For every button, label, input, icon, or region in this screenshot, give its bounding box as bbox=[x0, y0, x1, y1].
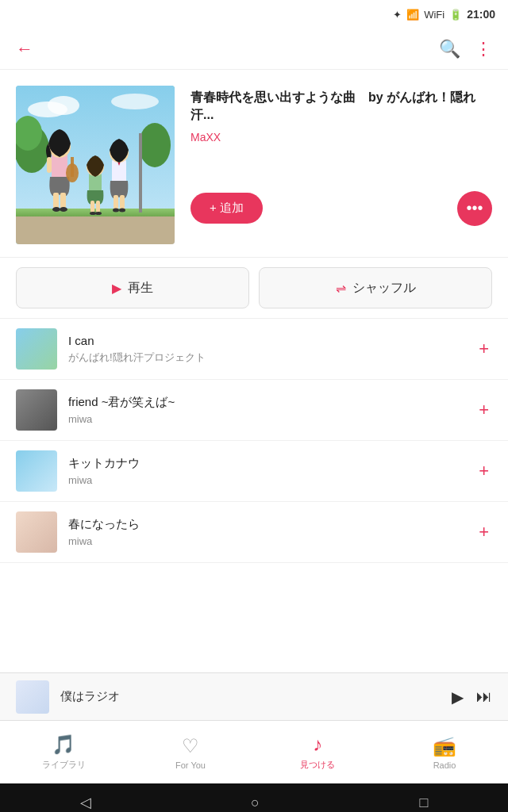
now-playing-thumb bbox=[16, 680, 49, 714]
shuffle-icon: ⇌ bbox=[336, 281, 346, 296]
library-icon: 🎵 bbox=[52, 733, 75, 756]
radio-label: Radio bbox=[433, 760, 456, 770]
more-icon[interactable]: ⋮ bbox=[475, 39, 492, 59]
discover-icon: ♪ bbox=[313, 733, 322, 756]
track-thumb-2 bbox=[16, 389, 57, 431]
wifi-icon: WiFi bbox=[424, 9, 444, 21]
library-label: ライブラリ bbox=[42, 759, 86, 771]
track-artist-2: miwa bbox=[68, 413, 464, 425]
back-button[interactable]: ← bbox=[16, 39, 33, 59]
svg-rect-15 bbox=[53, 193, 59, 209]
nav-item-radio[interactable]: 📻 Radio bbox=[381, 729, 508, 776]
track-artist-3: miwa bbox=[68, 474, 464, 486]
svg-point-30 bbox=[95, 212, 102, 215]
np-play-button[interactable]: ▶ bbox=[452, 688, 464, 707]
svg-point-29 bbox=[90, 212, 96, 215]
svg-rect-9 bbox=[139, 133, 142, 213]
svg-point-6 bbox=[139, 123, 171, 167]
album-art bbox=[16, 86, 175, 244]
track-thumb-3 bbox=[16, 450, 57, 492]
svg-point-23 bbox=[113, 209, 119, 213]
track-artist-1: がんばれ!隠れ汗プロジェクト bbox=[68, 350, 464, 365]
status-time: 21:00 bbox=[467, 8, 495, 21]
album-artist: MaXX bbox=[190, 131, 492, 144]
playback-controls: ▶ 再生 ⇌ シャッフル bbox=[0, 257, 508, 319]
android-back-button[interactable]: ◁ bbox=[80, 794, 91, 811]
track-info-1: I can がんばれ!隠れ汗プロジェクト bbox=[68, 334, 464, 365]
signal-icon: 📶 bbox=[406, 9, 419, 21]
now-playing-title: 僕はラジオ bbox=[60, 689, 441, 704]
bluetooth-icon: ✦ bbox=[393, 9, 402, 21]
nav-item-discover[interactable]: ♪ 見つける bbox=[254, 727, 381, 777]
svg-rect-13 bbox=[71, 157, 74, 177]
track-info-4: 春になったら miwa bbox=[68, 517, 464, 547]
now-playing-bar[interactable]: 僕はラジオ ▶ ⏭ bbox=[0, 672, 508, 720]
nav-right-icons: 🔍 ⋮ bbox=[439, 39, 492, 59]
track-title-3: キットカナウ bbox=[68, 456, 464, 471]
search-icon[interactable]: 🔍 bbox=[439, 39, 460, 59]
svg-rect-22 bbox=[120, 195, 125, 209]
album-header: 青春時代を思い出すような曲 by がんばれ！隠れ汗... MaXX + 追加 •… bbox=[0, 70, 508, 257]
play-icon: ▶ bbox=[112, 281, 121, 296]
shuffle-button[interactable]: ⇌ シャッフル bbox=[259, 267, 492, 308]
android-recents-button[interactable]: □ bbox=[419, 795, 428, 811]
track-add-1[interactable]: + bbox=[475, 335, 492, 362]
now-playing-controls: ▶ ⏭ bbox=[452, 688, 492, 707]
track-list: I can がんばれ!隠れ汗プロジェクト + friend ~君が笑えば~ mi… bbox=[0, 319, 508, 563]
svg-rect-27 bbox=[90, 201, 94, 213]
svg-rect-28 bbox=[96, 201, 100, 213]
album-title: 青春時代を思い出すような曲 by がんばれ！隠れ汗... bbox=[190, 89, 492, 124]
bottom-nav: 🎵 ライブラリ ♡ For You ♪ 見つける 📻 Radio bbox=[0, 720, 508, 783]
nav-item-library[interactable]: 🎵 ライブラリ bbox=[0, 727, 127, 777]
track-thumb-4 bbox=[16, 511, 57, 553]
for-you-icon: ♡ bbox=[182, 735, 199, 757]
android-nav: ◁ ○ □ bbox=[0, 783, 508, 812]
album-actions: + 追加 ••• bbox=[190, 191, 492, 226]
play-button[interactable]: ▶ 再生 bbox=[16, 267, 249, 308]
svg-point-3 bbox=[111, 94, 159, 109]
track-title-1: I can bbox=[68, 334, 464, 347]
album-info: 青春時代を思い出すような曲 by がんばれ！隠れ汗... MaXX + 追加 •… bbox=[190, 86, 492, 226]
add-button[interactable]: + 追加 bbox=[190, 193, 263, 224]
np-skip-button[interactable]: ⏭ bbox=[476, 688, 492, 706]
svg-point-17 bbox=[52, 207, 60, 212]
track-title-4: 春になったら bbox=[68, 517, 464, 532]
svg-point-18 bbox=[60, 207, 67, 212]
track-artist-4: miwa bbox=[68, 535, 464, 547]
more-button[interactable]: ••• bbox=[457, 191, 492, 226]
top-nav: ← 🔍 ⋮ bbox=[0, 29, 508, 70]
track-add-4[interactable]: + bbox=[475, 519, 492, 546]
nav-item-for-you[interactable]: ♡ For You bbox=[127, 729, 254, 776]
track-add-2[interactable]: + bbox=[475, 396, 492, 423]
svg-rect-21 bbox=[114, 195, 118, 209]
svg-rect-7 bbox=[16, 213, 175, 244]
for-you-label: For You bbox=[175, 760, 206, 770]
more-dots-icon: ••• bbox=[466, 199, 483, 217]
android-home-button[interactable]: ○ bbox=[251, 795, 260, 811]
svg-rect-14 bbox=[47, 157, 52, 173]
main-content: 青春時代を思い出すような曲 by がんばれ！隠れ汗... MaXX + 追加 •… bbox=[0, 70, 508, 672]
status-icons: ✦ 📶 WiFi 🔋 21:00 bbox=[393, 8, 495, 21]
battery-icon: 🔋 bbox=[449, 9, 462, 21]
discover-label: 見つける bbox=[300, 759, 335, 771]
track-title-2: friend ~君が笑えば~ bbox=[68, 395, 464, 410]
track-thumb-1 bbox=[16, 328, 57, 370]
track-info-3: キットカナウ miwa bbox=[68, 456, 464, 486]
play-label: 再生 bbox=[128, 280, 153, 297]
radio-icon: 📻 bbox=[433, 735, 456, 757]
track-item-4[interactable]: 春になったら miwa + bbox=[0, 502, 508, 563]
track-add-3[interactable]: + bbox=[475, 458, 492, 485]
svg-rect-16 bbox=[60, 193, 66, 209]
track-item-3[interactable]: キットカナウ miwa + bbox=[0, 441, 508, 502]
track-item-2[interactable]: friend ~君が笑えば~ miwa + bbox=[0, 380, 508, 441]
track-info-2: friend ~君が笑えば~ miwa bbox=[68, 395, 464, 425]
track-item[interactable]: I can がんばれ!隠れ汗プロジェクト + bbox=[0, 319, 508, 380]
svg-point-2 bbox=[48, 96, 79, 115]
status-bar: ✦ 📶 WiFi 🔋 21:00 bbox=[0, 0, 508, 29]
shuffle-label: シャッフル bbox=[352, 280, 416, 297]
svg-point-24 bbox=[119, 209, 125, 213]
